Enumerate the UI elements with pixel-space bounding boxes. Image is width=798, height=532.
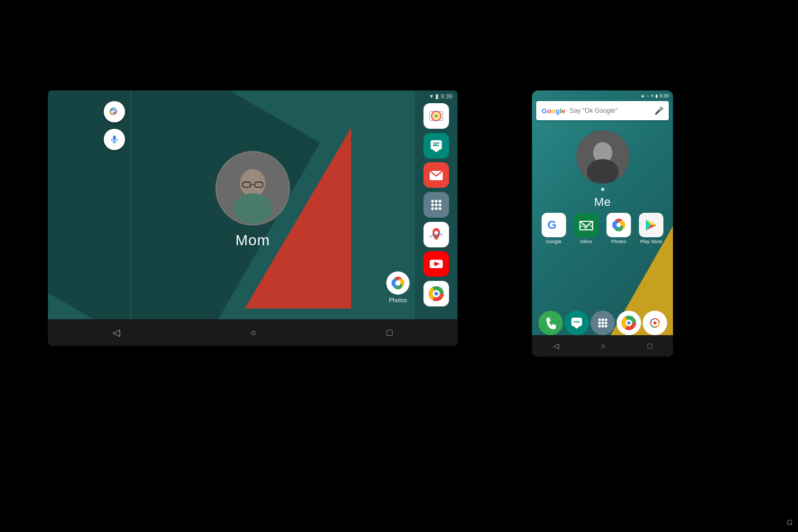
svg-point-11 <box>234 193 272 223</box>
phone-recents-button[interactable]: □ <box>647 342 652 350</box>
photos-app-icon[interactable]: Photos <box>606 213 631 244</box>
google-logo: Google <box>542 107 566 115</box>
tablet-left-icons: G <box>104 101 125 150</box>
svg-point-86 <box>627 321 630 325</box>
svg-point-39 <box>435 207 437 210</box>
svg-rect-24 <box>433 142 439 143</box>
phone-navbar: ◁ ○ □ <box>532 335 673 356</box>
tablet-device: ▾ ▮ 9:39 G <box>48 90 458 346</box>
svg-point-67 <box>573 321 575 323</box>
svg-point-68 <box>576 321 577 323</box>
phone-home-button[interactable]: ○ <box>601 342 605 350</box>
svg-point-74 <box>598 322 601 325</box>
phone-time: 9:39 <box>659 93 669 98</box>
phone-dock <box>532 311 673 335</box>
svg-point-40 <box>438 207 441 210</box>
contact-dot-indicator <box>601 188 604 191</box>
chrome-dock-phone-icon[interactable] <box>617 311 641 335</box>
gmail-dock-icon[interactable] <box>423 162 449 188</box>
tablet-navbar: ◁ ○ □ <box>48 319 458 346</box>
youtube-dock-icon[interactable] <box>423 251 449 277</box>
recents-button[interactable]: □ <box>383 323 397 343</box>
inbox-app-label: Inbox <box>580 239 592 244</box>
tablet-contact: Mom <box>215 151 290 249</box>
phone-statusbar: ◈ ↔ ✈ ▮ 9:39 <box>532 90 673 101</box>
svg-point-92 <box>653 321 656 325</box>
phone-contact: Me <box>532 130 673 209</box>
maps-dock-icon[interactable] <box>423 222 449 247</box>
google-search-icon[interactable]: G <box>104 101 125 122</box>
svg-point-76 <box>604 322 607 325</box>
svg-point-26 <box>433 145 435 146</box>
svg-point-36 <box>435 203 437 206</box>
inbox-app-icon[interactable]: Inbox <box>574 213 598 244</box>
svg-rect-6 <box>113 136 116 140</box>
phone-screen: ◈ ↔ ✈ ▮ 9:39 Google Say "Ok Google" 🎤 Me <box>532 90 673 356</box>
camera-dock-icon[interactable] <box>423 103 449 129</box>
svg-point-32 <box>431 200 434 202</box>
google-watermark: G <box>787 518 793 527</box>
svg-point-61 <box>617 223 621 227</box>
svg-point-35 <box>431 203 434 206</box>
photos-floating-icon[interactable]: Photos <box>386 271 410 303</box>
svg-point-72 <box>601 319 604 321</box>
chrome-dock-icon[interactable] <box>423 281 449 306</box>
svg-point-79 <box>604 325 607 328</box>
back-button[interactable]: ◁ <box>109 322 124 343</box>
svg-point-52 <box>435 292 438 296</box>
google-app-label: Google <box>546 239 561 244</box>
phone-mic-icon[interactable]: 🎤 <box>654 106 663 115</box>
phone-device: ◈ ↔ ✈ ▮ 9:39 Google Say "Ok Google" 🎤 Me <box>532 90 673 356</box>
svg-point-28 <box>438 145 439 146</box>
svg-point-34 <box>438 200 441 202</box>
apps-grid-dock-icon[interactable] <box>423 192 449 218</box>
svg-point-75 <box>601 322 604 325</box>
svg-point-37 <box>438 203 441 206</box>
svg-point-78 <box>601 325 604 328</box>
svg-point-42 <box>435 231 438 235</box>
svg-point-27 <box>436 145 437 146</box>
tablet-right-dock <box>415 90 458 319</box>
phone-app-grid: G Google <box>532 213 673 248</box>
svg-point-64 <box>540 312 561 334</box>
phone-back-button[interactable]: ◁ <box>553 342 559 350</box>
home-button[interactable]: ○ <box>246 323 261 343</box>
svg-point-73 <box>604 319 607 321</box>
svg-point-16 <box>395 280 401 286</box>
camera-dock-phone-icon[interactable] <box>643 311 667 335</box>
svg-point-71 <box>598 319 601 321</box>
svg-point-58 <box>576 214 597 236</box>
phone-call-icon[interactable] <box>538 311 563 335</box>
photos-label: Photos <box>389 297 407 303</box>
svg-point-10 <box>240 169 265 197</box>
phone-app-row-1: G Google <box>537 213 668 244</box>
svg-point-20 <box>435 114 437 117</box>
svg-point-69 <box>578 321 579 323</box>
search-placeholder: Say "Ok Google" <box>570 107 650 114</box>
play-store-app-icon[interactable]: Play Store <box>639 213 663 244</box>
hangouts-dock-icon[interactable] <box>423 133 449 159</box>
hangouts-dock-phone-icon[interactable] <box>564 311 589 335</box>
apps-dock-phone-icon[interactable] <box>591 311 615 335</box>
tablet-divider <box>130 90 131 319</box>
play-store-app-label: Play Store <box>641 239 663 244</box>
svg-text:G: G <box>547 218 556 231</box>
mic-icon[interactable] <box>104 129 125 150</box>
svg-point-38 <box>431 207 434 210</box>
phone-search-bar[interactable]: Google Say "Ok Google" 🎤 <box>536 101 669 120</box>
phone-contact-name: Me <box>594 195 611 209</box>
contact-name: Mom <box>235 232 270 249</box>
svg-point-33 <box>435 200 437 202</box>
contact-avatar <box>215 151 290 226</box>
phone-status-icons: ◈ ↔ ✈ ▮ <box>641 94 658 98</box>
svg-point-55 <box>587 159 619 184</box>
svg-point-77 <box>598 325 601 328</box>
tablet-screen: ▾ ▮ 9:39 G <box>48 90 458 319</box>
photos-app-label: Photos <box>611 239 626 244</box>
google-app-icon[interactable]: G Google <box>542 213 566 244</box>
phone-contact-avatar <box>576 130 629 184</box>
